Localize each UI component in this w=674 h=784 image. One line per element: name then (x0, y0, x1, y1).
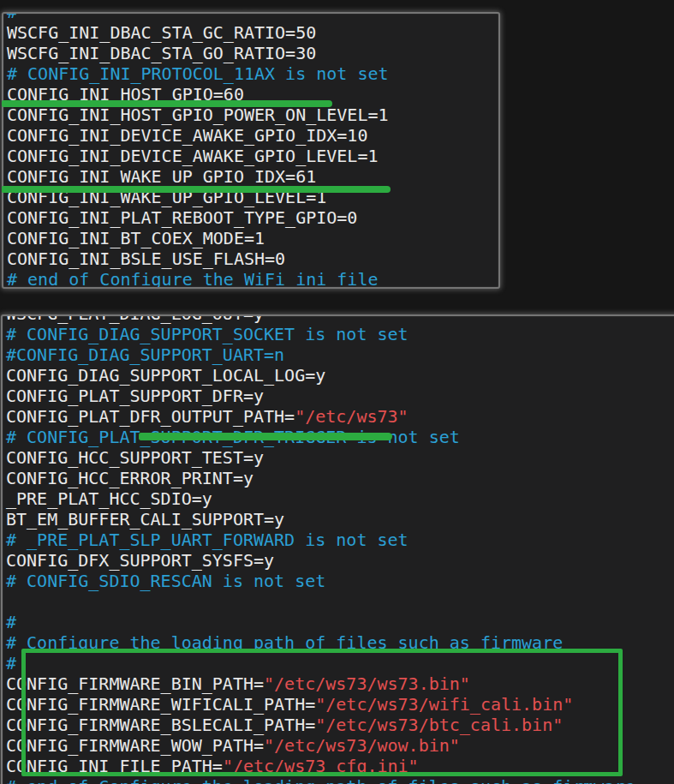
config-text: CONFIG_HCC_ERROR_PRINT=y (6, 468, 253, 488)
code-line: WSCFG_INI_DBAC_STA_GO_RATIO=30 (7, 43, 498, 63)
code-line (6, 591, 674, 612)
screenshot-root: { "colors": { "plain": "#e9e9e9", "comme… (0, 0, 674, 784)
green-underline-host-gpio (2, 100, 332, 107)
config-text: WSCFG_INI_DBAC_STA_GO_RATIO=30 (7, 43, 316, 63)
config-text: CONFIG_DFX_SUPPORT_SYSFS=y (6, 550, 274, 571)
code-line: CONFIG_INI_BT_COEX_MODE=1 (7, 228, 498, 248)
config-text: CONFIG_HCC_SUPPORT_TEST=y (6, 447, 264, 468)
code-line: # (6, 612, 674, 632)
comment-text: # (6, 612, 16, 632)
config-text: CONFIG_PLAT_SUPPORT_DFR=y (6, 386, 264, 406)
comment-text: # CONFIG_SDIO_RESCAN is not set (6, 571, 325, 591)
code-line: #CONFIG_DIAG_SUPPORT_UART=n (6, 344, 674, 365)
config-text: CONFIG_DIAG_SUPPORT_LOCAL_LOG=y (6, 365, 325, 386)
code-line: BT_EM_BUFFER_CALI_SUPPORT=y (6, 509, 674, 530)
code-line: WSCFG_PLAT_DIAG_LOG_OUT=y (6, 314, 674, 324)
code-line: CONFIG_DIAG_SUPPORT_LOCAL_LOG=y (6, 365, 674, 386)
config-text: CONFIG_INI_WAKE_UP_GPIO_IDX=61 (7, 166, 316, 187)
code-block-wifi-ini: #WSCFG_INI_DBAC_STA_GC_RATIO=50WSCFG_INI… (3, 12, 498, 289)
config-text: CONFIG_INI_HOST_GPIO_POWER_ON_LEVEL=1 (7, 105, 389, 125)
config-text: CONFIG_INI_DEVICE_AWAKE_GPIO_LEVEL=1 (7, 146, 378, 166)
green-strikethrough-dfr-trigger (139, 433, 392, 440)
config-text: CONFIG_INI_BT_COEX_MODE=1 (7, 228, 265, 248)
code-line: # end of Configure the WiFi ini file (7, 269, 498, 289)
config-text: BT_EM_BUFFER_CALI_SUPPORT=y (6, 509, 284, 530)
config-text: CONFIG_INI_BSLE_USE_FLASH=0 (7, 248, 285, 269)
config-text: CONFIG_PLAT_DFR_OUTPUT_PATH= (6, 406, 295, 427)
config-text: CONFIG_INI_PLAT_REBOOT_TYPE_GPIO=0 (7, 207, 357, 228)
code-line: WSCFG_INI_DBAC_STA_GC_RATIO=50 (7, 22, 498, 43)
code-line: CONFIG_INI_DEVICE_AWAKE_GPIO_IDX=10 (7, 125, 498, 146)
config-text: WSCFG_PLAT_DIAG_LOG_OUT=y (6, 314, 264, 324)
code-line: CONFIG_INI_PLAT_REBOOT_TYPE_GPIO=0 (7, 207, 498, 228)
comment-text: # end of Configure the WiFi ini file (7, 269, 378, 289)
comment-text: # (6, 653, 16, 673)
code-line: # CONFIG_DIAG_SUPPORT_SOCKET is not set (6, 324, 674, 344)
comment-text: # CONFIG_INI_PROTOCOL_11AX is not set (7, 63, 389, 84)
code-line: CONFIG_PLAT_DFR_OUTPUT_PATH="/etc/ws73" (6, 406, 674, 427)
green-underline-wake-up-gpio (2, 186, 391, 193)
code-line: # _PRE_PLAT_SLP_UART_FORWARD is not set (6, 530, 674, 550)
config-text: WSCFG_INI_DBAC_STA_GC_RATIO=50 (7, 22, 316, 43)
code-line: # CONFIG_INI_PROTOCOL_11AX is not set (7, 63, 498, 84)
comment-text: # CONFIG_DIAG_SUPPORT_SOCKET is not set (6, 324, 409, 344)
code-line: CONFIG_HCC_ERROR_PRINT=y (6, 468, 674, 488)
code-line: _PRE_PLAT_HCC_SDIO=y (6, 488, 674, 509)
code-line: # end of Configure the loading path of f… (6, 776, 674, 784)
comment-text: #CONFIG_DIAG_SUPPORT_UART=n (6, 344, 284, 365)
comment-text: # (7, 12, 17, 22)
code-line: # CONFIG_SDIO_RESCAN is not set (6, 571, 674, 591)
code-line: CONFIG_INI_DEVICE_AWAKE_GPIO_LEVEL=1 (7, 146, 498, 166)
comment-text: # _PRE_PLAT_SLP_UART_FORWARD is not set (6, 530, 409, 550)
string-value: "/etc/ws73" (295, 406, 408, 427)
config-snippet-panel-top[interactable]: #WSCFG_INI_DBAC_STA_GC_RATIO=50WSCFG_INI… (2, 12, 500, 289)
green-highlight-box-firmware-paths (21, 649, 623, 776)
code-line: CONFIG_INI_HOST_GPIO_POWER_ON_LEVEL=1 (7, 105, 498, 125)
config-text: _PRE_PLAT_HCC_SDIO=y (6, 488, 212, 509)
config-text: CONFIG_INI_DEVICE_AWAKE_GPIO_IDX=10 (7, 125, 367, 146)
code-line: # (7, 12, 498, 22)
code-line: CONFIG_INI_WAKE_UP_GPIO_IDX=61 (7, 166, 498, 187)
code-line: CONFIG_INI_BSLE_USE_FLASH=0 (7, 248, 498, 269)
code-line: CONFIG_HCC_SUPPORT_TEST=y (6, 447, 674, 468)
code-line: CONFIG_PLAT_SUPPORT_DFR=y (6, 386, 674, 406)
comment-text: # end of Configure the loading path of f… (6, 776, 635, 784)
code-line: CONFIG_DFX_SUPPORT_SYSFS=y (6, 550, 674, 571)
